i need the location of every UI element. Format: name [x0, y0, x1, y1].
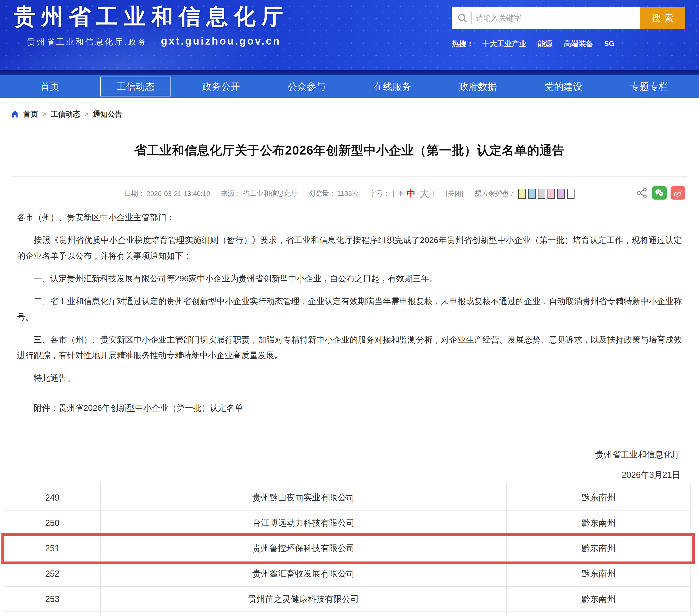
- article: 省工业和信息化厅关于公布2026年创新型中小企业（第一批）认定名单的通告 日期：…: [0, 142, 699, 483]
- paragraph: 一、认定贵州汇新科技发展有限公司等296家中小企业为贵州省创新型中小企业，自公布…: [17, 271, 682, 286]
- cell-company-name: 贵州苗之灵健康科技有限公司: [100, 587, 506, 612]
- font-size-control: 字号： [ 小 中 大 ]: [369, 187, 435, 200]
- breadcrumb-separator: >: [42, 110, 47, 119]
- search-separator: [471, 12, 472, 24]
- cell-number: 253: [4, 587, 100, 612]
- cell-region: 黔东南州: [506, 587, 690, 612]
- table-cell: [506, 483, 690, 485]
- hot-search-link[interactable]: 能源: [538, 39, 553, 49]
- table-cell: [4, 483, 100, 485]
- nav-item-home[interactable]: 首页: [14, 77, 85, 96]
- breadcrumb-home[interactable]: 首页: [23, 109, 38, 119]
- nav-item-gov-open[interactable]: 政务公开: [186, 77, 257, 96]
- cell-region: 黔东南州: [506, 561, 690, 587]
- table-row: 252 贵州鑫汇畜牧发展有限公司 黔东南州: [4, 561, 690, 587]
- search-icon: [457, 13, 468, 24]
- color-swatch-blue[interactable]: [528, 189, 536, 199]
- table-row: 250 台江博远动力科技有限公司 黔东南州: [4, 510, 690, 536]
- close-button[interactable]: [关闭]: [446, 189, 463, 198]
- paragraph: 按照《贵州省优质中小企业梯度培育管理实施细则（暂行）》要求，省工业和信息化厅按程…: [17, 232, 682, 264]
- title-divider: [12, 176, 687, 177]
- eye-protect-label: 视力保护色：: [474, 189, 515, 198]
- eye-protect-swatches: [518, 189, 575, 199]
- nav-item-party-building[interactable]: 党的建设: [528, 77, 599, 96]
- paragraph: 特此通告。: [17, 370, 682, 386]
- article-body: 各市（州）、贵安新区中小企业主管部门： 按照《贵州省优质中小企业梯度培育管理实施…: [17, 210, 682, 386]
- site-subtitle: 贵州省工业和信息化厅.政务: [27, 37, 147, 48]
- search-bar: 搜索: [452, 7, 685, 29]
- cell-company-name: 贵州鑫汇畜牧发展有限公司: [100, 561, 506, 587]
- meta-views: 浏览量： 1138次: [308, 189, 359, 198]
- nav-item-online-service[interactable]: 在线服务: [357, 77, 428, 96]
- paragraph: 二、省工业和信息化厅对通过认定的贵州省创新型中小企业实行动态管理，企业认定有效期…: [17, 293, 682, 325]
- cell-company-name: 贵州鲁控环保科技有限公司: [100, 536, 506, 561]
- meta-source-value: 省工业和信息化厅: [243, 189, 298, 198]
- bracket-close: ]: [432, 190, 434, 198]
- wechat-icon[interactable]: [652, 186, 667, 200]
- hot-search-link[interactable]: 高端装备: [564, 39, 593, 49]
- font-size-medium-button[interactable]: 中: [407, 188, 416, 200]
- color-swatch-purple[interactable]: [557, 189, 565, 199]
- site-title: 贵州省工业和信息化厅: [14, 2, 289, 31]
- breadcrumb-notices[interactable]: 通知公告: [93, 109, 122, 119]
- nav-item-gov-data[interactable]: 政府数据: [443, 77, 514, 96]
- nav-item-gongxin-news[interactable]: 工信动态: [100, 77, 171, 96]
- breadcrumb: 首页 > 工信动态 > 通知公告: [0, 98, 699, 121]
- table-cell: [100, 483, 506, 485]
- site-banner: 贵州省工业和信息化厅 贵州省工业和信息化厅.政务 gxt.guizhou.gov…: [0, 0, 699, 70]
- meta-source: 来源： 省工业和信息化厅: [221, 189, 298, 198]
- attachment-link[interactable]: 附件：贵州省2026年创新型中小企业（第一批）认定名单: [17, 402, 682, 414]
- signature-block: 贵州省工业和信息化厅 2026年3月21日: [17, 447, 682, 483]
- hot-search-link[interactable]: 5G: [605, 40, 614, 48]
- font-size-large-button[interactable]: 大: [419, 187, 429, 200]
- cell-number: 251: [4, 536, 100, 561]
- meta-date: 日期： 2026-03-21 13:40:19: [124, 189, 210, 198]
- cell-region: 黔东南州: [506, 536, 690, 561]
- search-button[interactable]: 搜索: [640, 7, 685, 29]
- meta-views-label: 浏览量：: [308, 189, 336, 198]
- nav-item-public-participation[interactable]: 公众参与: [271, 77, 342, 96]
- site-domain: gxt.guizhou.gov.cn: [161, 35, 281, 47]
- page-title: 省工业和信息化厅关于公布2026年创新型中小企业（第一批）认定名单的通告: [17, 142, 682, 159]
- color-swatch-white[interactable]: [567, 189, 575, 199]
- color-swatch-yellow[interactable]: [518, 189, 526, 199]
- cell-number: 250: [4, 510, 100, 536]
- search-area: 搜索 热搜： 十大工业产业 能源 高端装备 5G: [452, 7, 685, 49]
- font-size-label: 字号：: [369, 189, 390, 198]
- bracket-open: [: [393, 190, 395, 198]
- home-icon: [11, 110, 19, 119]
- table-row: 249 贵州黔山夜雨实业有限公司 黔东南州: [4, 485, 690, 510]
- hot-search-link[interactable]: 十大工业产业: [482, 39, 526, 49]
- nav-item-special-columns[interactable]: 专题专栏: [614, 77, 685, 96]
- table-row: 253 贵州苗之灵健康科技有限公司 黔东南州: [4, 587, 690, 612]
- meta-source-label: 来源：: [221, 189, 241, 198]
- table-cell: [4, 612, 100, 615]
- hot-search-label: 热搜：: [452, 39, 474, 49]
- table-row-highlighted: 251 贵州鲁控环保科技有限公司 黔东南州: [4, 536, 690, 561]
- search-input[interactable]: [476, 10, 634, 26]
- cell-number: 252: [4, 561, 100, 587]
- cell-company-name: 贵州黔山夜雨实业有限公司: [100, 485, 506, 510]
- meta-date-value: 2026-03-21 13:40:19: [146, 190, 210, 198]
- site-subline: 贵州省工业和信息化厅.政务 gxt.guizhou.gov.cn: [27, 35, 289, 48]
- color-swatch-gray[interactable]: [538, 189, 545, 199]
- font-size-small-button[interactable]: 小: [397, 190, 403, 198]
- signature-date: 2026年3月21日: [17, 467, 681, 483]
- meta-date-label: 日期：: [124, 189, 145, 198]
- table-row-partial-top: [4, 483, 690, 485]
- breadcrumb-gongxin-news[interactable]: 工信动态: [51, 109, 80, 119]
- eye-protect-control: 视力保护色：: [474, 189, 575, 199]
- banner-bottom-edge: [0, 70, 699, 75]
- cell-region: 黔东南州: [506, 485, 690, 510]
- share-icon[interactable]: [636, 187, 648, 199]
- signature-org: 贵州省工业和信息化厅: [17, 447, 681, 463]
- breadcrumb-separator: >: [84, 110, 89, 119]
- site-identity: 贵州省工业和信息化厅 贵州省工业和信息化厅.政务 gxt.guizhou.gov…: [14, 2, 289, 48]
- color-swatch-pink[interactable]: [548, 189, 555, 199]
- paragraph: 三、各市（州）、贵安新区中小企业主管部门切实履行职责，加强对专精特新中小企业的服…: [17, 332, 682, 363]
- cell-region: 黔东南州: [506, 510, 690, 536]
- article-meta: 日期： 2026-03-21 13:40:19 来源： 省工业和信息化厅 浏览量…: [17, 185, 682, 202]
- weibo-icon[interactable]: [671, 186, 685, 200]
- table-cell: [506, 612, 690, 615]
- company-list-table: 249 贵州黔山夜雨实业有限公司 黔东南州 250 台江博远动力科技有限公司 黔…: [4, 483, 691, 615]
